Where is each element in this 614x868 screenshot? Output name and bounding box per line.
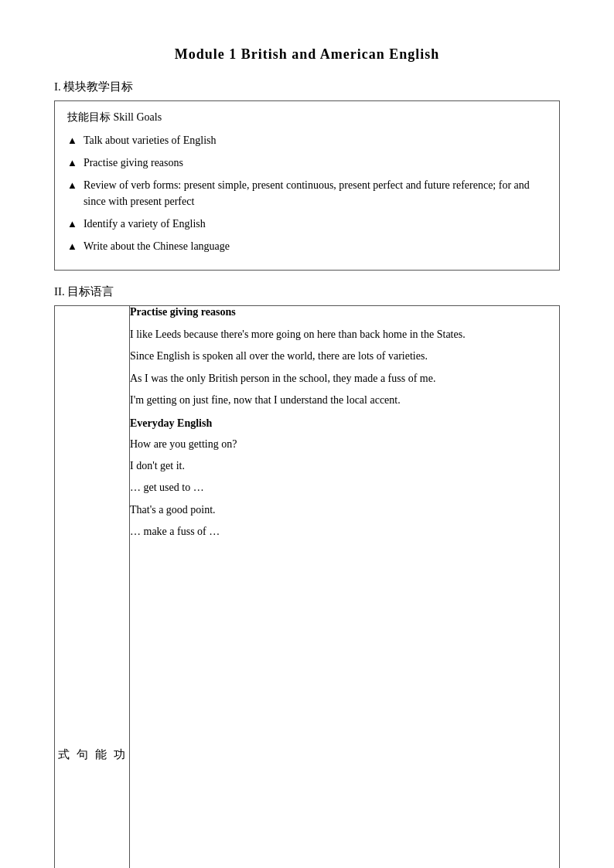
everyday-line: I don't get it. — [130, 458, 559, 475]
skill-items-list: ▲Talk about varieties of English▲Practis… — [67, 132, 547, 254]
everyday-line: That's a good point. — [130, 502, 559, 519]
practise-lines: I like Leeds because there's more going … — [130, 326, 559, 410]
bullet-icon: ▲ — [67, 216, 77, 232]
everyday-lines: How are you getting on?I don't get it.… … — [130, 436, 559, 541]
bullet-icon: ▲ — [67, 178, 77, 193]
practise-line: As I was the only British person in the … — [130, 370, 559, 387]
practise-line: I like Leeds because there's more going … — [130, 326, 559, 343]
everyday-line: … make a fuss of … — [130, 523, 559, 540]
label-char: 式 — [55, 739, 73, 742]
skill-item-text: Review of verb forms: present simple, pr… — [84, 177, 547, 209]
page-title: Module 1 British and American English — [54, 46, 560, 63]
skill-item: ▲Identify a variety of English — [67, 216, 547, 232]
practise-line: Since English is spoken all over the wor… — [130, 348, 559, 365]
everyday-line: How are you getting on? — [130, 436, 559, 453]
skill-item-text: Write about the Chinese language — [84, 238, 547, 254]
skill-item-text: Talk about varieties of English — [84, 132, 547, 148]
skill-item: ▲Review of verb forms: present simple, p… — [67, 177, 547, 209]
everyday-title: Everyday English — [130, 417, 559, 430]
label-char: 功 — [111, 739, 129, 742]
bullet-icon: ▲ — [67, 239, 77, 254]
skill-item: ▲Practise giving reasons — [67, 155, 547, 171]
practise-line: I'm getting on just fine, now that I und… — [130, 392, 559, 409]
section2-heading: II. 目标语言 — [54, 284, 560, 299]
section1-box: 技能目标 Skill Goals ▲Talk about varieties o… — [54, 100, 560, 271]
section1-heading: I. 模块教学目标 — [54, 80, 560, 94]
practise-title: Practise giving reasons — [130, 306, 559, 318]
label-cell: 功能句式 — [55, 306, 130, 869]
label-char: 句 — [73, 739, 92, 742]
everyday-line: … get used to … — [130, 479, 559, 496]
label-vertical: 功能句式 — [55, 306, 129, 868]
skill-goals-header: 技能目标 Skill Goals — [67, 111, 547, 124]
section2-table: 功能句式 Practise giving reasons I like Leed… — [54, 305, 560, 868]
skill-item-text: Identify a variety of English — [84, 216, 547, 232]
bullet-icon: ▲ — [67, 133, 77, 148]
bullet-icon: ▲ — [67, 155, 77, 171]
skill-item: ▲Write about the Chinese language — [67, 238, 547, 254]
skill-item: ▲Talk about varieties of English — [67, 132, 547, 148]
skill-item-text: Practise giving reasons — [84, 155, 547, 171]
label-char: 能 — [92, 739, 111, 742]
content-cell: Practise giving reasons I like Leeds bec… — [130, 306, 560, 869]
